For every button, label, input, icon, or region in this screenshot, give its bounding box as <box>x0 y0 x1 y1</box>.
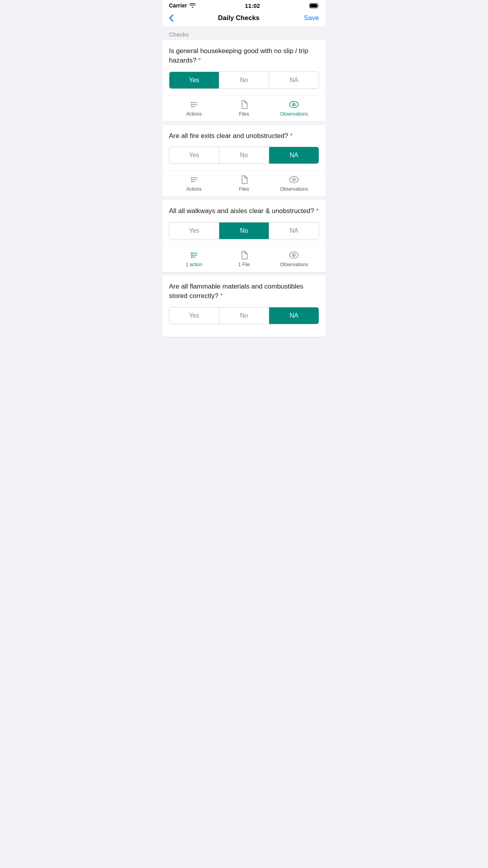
svg-point-28 <box>294 255 295 256</box>
status-bar-right <box>309 3 319 8</box>
action-bar-3: 1 action 1 File Observations <box>163 246 325 272</box>
check-question-3: All all walkways and aisles clear & unob… <box>169 206 319 216</box>
actions-label-1: Actions <box>186 111 202 117</box>
files-label-1: Files <box>239 111 249 117</box>
actions-item-2[interactable]: Actions <box>169 175 219 192</box>
card-divider-2 <box>163 197 325 200</box>
battery-icon <box>309 3 319 8</box>
toggle-na-4[interactable]: NA <box>269 307 319 324</box>
action-bar-1: Actions Files Observations <box>163 95 325 121</box>
observations-icon-3 <box>289 250 299 260</box>
svg-point-15 <box>191 179 192 180</box>
toggle-yes-2[interactable]: Yes <box>169 147 219 164</box>
files-label-3: 1 File <box>238 262 250 267</box>
observations-item-1[interactable]: Observations <box>269 99 319 117</box>
files-item-3[interactable]: 1 File <box>219 250 269 267</box>
svg-point-14 <box>191 177 192 178</box>
svg-rect-1 <box>310 4 317 7</box>
status-bar-time: 11:02 <box>245 2 260 9</box>
required-star-3: * <box>316 207 319 215</box>
toggle-yes-4[interactable]: Yes <box>169 307 219 324</box>
check-card-3: All all walkways and aisles clear & unob… <box>163 200 325 272</box>
svg-point-23 <box>191 253 192 254</box>
save-button[interactable]: Save <box>304 14 319 22</box>
actions-label-3: 1 action <box>186 262 202 267</box>
actions-item-1[interactable]: Actions <box>169 99 219 117</box>
observations-icon-2 <box>289 175 299 185</box>
check-card-4: Are all flammable materials and combusti… <box>163 276 325 337</box>
toggle-na-2[interactable]: NA <box>269 147 319 164</box>
svg-point-10 <box>294 104 295 105</box>
carrier-label: Carrier <box>169 2 187 9</box>
toggle-group-3: Yes No NA <box>169 222 319 239</box>
status-bar-left: Carrier <box>169 2 196 9</box>
toggle-no-4[interactable]: No <box>219 307 269 324</box>
actions-icon-3 <box>189 250 199 260</box>
actions-icon-2 <box>189 175 199 185</box>
toggle-group-1: Yes No NA <box>169 72 319 89</box>
svg-point-16 <box>191 181 192 182</box>
check-question-1: Is general housekeeping good with no sli… <box>169 46 319 65</box>
nav-bar: Daily Checks Save <box>163 11 325 27</box>
toggle-yes-1[interactable]: Yes <box>169 72 219 88</box>
observations-label-3: Observations <box>280 262 308 267</box>
svg-point-25 <box>191 257 192 258</box>
check-question-4: Are all flammable materials and combusti… <box>169 282 319 301</box>
toggle-no-1[interactable]: No <box>219 72 269 88</box>
toggle-group-2: Yes No NA <box>169 147 319 164</box>
actions-item-3[interactable]: 1 action <box>169 250 219 267</box>
section-header: Checks <box>163 27 325 40</box>
toggle-no-2[interactable]: No <box>219 147 269 164</box>
required-star-1: * <box>198 57 201 64</box>
files-icon-1 <box>239 99 249 110</box>
required-star-2: * <box>290 132 293 140</box>
files-item-2[interactable]: Files <box>219 175 269 192</box>
card-divider-3 <box>163 272 325 276</box>
page-title: Daily Checks <box>218 14 260 22</box>
action-bar-2: Actions Files Observations <box>163 170 325 197</box>
files-icon-3 <box>239 250 249 260</box>
back-button[interactable] <box>169 14 174 22</box>
files-item-1[interactable]: Files <box>219 99 269 117</box>
toggle-group-4: Yes No NA <box>169 307 319 324</box>
wifi-icon <box>189 3 196 8</box>
svg-point-5 <box>191 102 192 103</box>
files-label-2: Files <box>239 186 249 192</box>
check-question-2: Are all fire exits clear and unobstructe… <box>169 131 319 141</box>
svg-point-6 <box>191 104 192 105</box>
toggle-yes-3[interactable]: Yes <box>169 223 219 239</box>
check-card-1: Is general housekeeping good with no sli… <box>163 40 325 122</box>
status-bar: Carrier 11:02 <box>163 0 325 11</box>
svg-point-19 <box>294 179 295 180</box>
required-star-4: * <box>220 292 223 300</box>
files-icon-2 <box>239 175 249 185</box>
observations-label-1: Observations <box>280 111 308 117</box>
actions-label-2: Actions <box>186 186 202 192</box>
actions-icon-1 <box>189 99 199 110</box>
observations-item-3[interactable]: Observations <box>269 250 319 267</box>
observations-icon-1 <box>289 99 299 110</box>
svg-point-24 <box>191 255 192 256</box>
svg-point-7 <box>191 106 192 107</box>
observations-label-2: Observations <box>280 186 308 192</box>
toggle-na-3[interactable]: NA <box>269 223 319 239</box>
check-card-2: Are all fire exits clear and unobstructe… <box>163 125 325 197</box>
card-divider-1 <box>163 122 325 125</box>
observations-item-2[interactable]: Observations <box>269 175 319 192</box>
toggle-no-3[interactable]: No <box>219 223 269 239</box>
toggle-na-1[interactable]: NA <box>269 72 319 88</box>
